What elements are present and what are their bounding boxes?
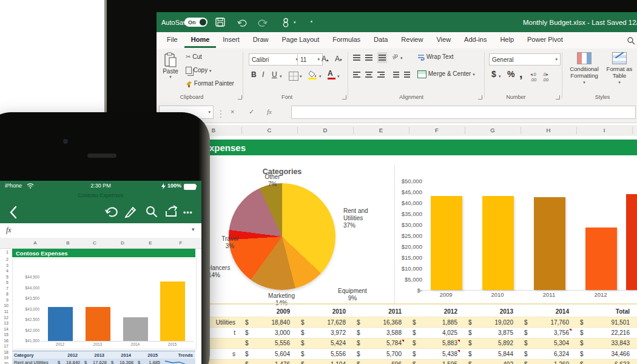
bold-button[interactable]: B [251,70,257,79]
percent-button[interactable]: % [507,69,514,79]
copy-button[interactable]: Copy ▾ [186,67,211,74]
column-header-G[interactable]: G [487,127,499,133]
phone-column-headers[interactable]: ABCDEF [0,238,201,249]
orientation-caret[interactable]: ▾ [400,56,403,61]
borders-caret[interactable]: ▾ [300,74,302,79]
bar-2014[interactable] [123,317,148,341]
tab-draw[interactable]: Draw [246,32,275,46]
table-row[interactable]: Utilities$18,840$17,628$16,368$1,885$19,… [186,317,637,328]
tab-file[interactable]: File [160,32,184,46]
tab-data[interactable]: Data [367,32,394,46]
phone-column-C[interactable]: C [90,240,99,246]
align-bottom-button[interactable] [377,52,387,63]
decrease-indent-button[interactable] [393,70,399,79]
tab-page-layout[interactable]: Page Layout [275,32,326,46]
share-people-icon[interactable] [280,17,291,27]
autosave-toggle[interactable]: On [184,18,207,27]
comma-button[interactable]: , [519,67,523,81]
back-icon[interactable] [7,205,23,220]
currency-caret[interactable]: ▾ [499,74,501,79]
currency-button[interactable]: $ [491,69,496,79]
table-row[interactable]: s$5,604$5,556$5,700$5,438$5,844$6,324$34… [186,349,637,359]
bar-2[interactable] [626,194,637,290]
format-as-table-button[interactable]: Format as Table ▾ [604,52,635,86]
clipboard-launcher[interactable] [238,95,242,99]
column-header-I[interactable]: I [598,127,610,133]
underline-button[interactable]: U [272,70,277,79]
expenses-table[interactable]: 200920102011201220132014TotalUtilities$1… [186,306,637,364]
number-format-select[interactable]: General▾ [489,53,561,66]
tab-view[interactable]: View [430,32,457,46]
underline-caret[interactable]: ▾ [280,74,282,79]
italic-button[interactable]: I [262,70,264,79]
align-right-button[interactable] [377,70,385,79]
column-header-F[interactable]: F [431,127,443,133]
align-middle-button[interactable] [365,53,372,62]
bar-2015[interactable] [160,281,185,341]
bar-2009[interactable] [431,196,462,290]
chevron-down-icon[interactable]: ▾ [294,20,296,25]
tab-insert[interactable]: Insert [216,32,246,46]
phone-column-F[interactable]: F [176,240,186,246]
tab-add-ins[interactable]: Add-ins [457,32,493,46]
undo-icon[interactable] [237,17,248,27]
decrease-decimal-button[interactable]: .0▸.00 [542,72,548,83]
bar-2012[interactable] [585,228,617,290]
column-header-C[interactable]: C [263,127,275,133]
phone-column-E[interactable]: E [146,240,155,246]
font-size-select[interactable]: 11▾ [297,53,323,66]
phone-column-B[interactable]: B [63,240,73,246]
column-header-E[interactable]: E [375,127,387,133]
cancel-button[interactable]: × [231,106,234,118]
redo-icon[interactable] [257,17,268,27]
bar-2013[interactable] [86,307,110,341]
tab-home[interactable]: Home [184,32,217,48]
alignment-launcher[interactable] [478,95,482,99]
more-icon[interactable]: ••• [183,209,193,217]
search-icon[interactable] [627,36,636,46]
fx-button[interactable]: fx [267,106,272,118]
table-row[interactable]: $1,476$1,104$696$1,595$492$1,260$6,623 [186,360,637,364]
phone-bar-chart[interactable]: $44,500$44,000$43,500$43,000$42,500$42,0… [12,258,197,349]
conditional-formatting-button[interactable]: Conditional Formatting ▾ [567,52,602,86]
save-icon[interactable] [215,17,226,27]
number-launcher[interactable] [556,95,560,99]
font-color-caret[interactable]: ▾ [337,74,340,79]
increase-indent-button[interactable] [404,70,410,79]
formula-input[interactable] [291,106,636,119]
chevron-down-icon[interactable]: ▾ [192,226,195,232]
search-icon[interactable] [144,205,160,220]
merge-center-button[interactable]: Merge & Center ▾ [417,70,475,78]
cut-button[interactable]: ✂ Cut [186,53,202,60]
borders-button[interactable] [289,72,298,81]
column-header-H[interactable]: H [542,127,554,133]
phone-table-row[interactable]: Rent and Utilities$18,840$17,628$16,368$… [12,359,195,364]
increase-decimal-button[interactable]: ◂.0.00 [530,72,536,83]
fill-color-button[interactable] [308,70,317,79]
phone-column-A[interactable]: A [30,240,40,246]
draw-pen-icon[interactable] [124,205,140,220]
bar-2012[interactable] [48,307,73,341]
tab-formulas[interactable]: Formulas [326,32,367,46]
bar-chart[interactable]: $50,000$45,000$40,000$35,000$30,000$25,0… [400,177,637,298]
format-painter-button[interactable]: Format Painter [186,80,234,87]
worksheet[interactable]: Contoso Expenses Categories Rent and Uti… [157,136,637,364]
table-row[interactable]: $5,556$5,424$5,784$5,883$5,892$5,304$33,… [186,339,637,349]
bar-2010[interactable] [482,196,514,290]
fill-caret[interactable]: ▾ [319,74,322,79]
align-center-button[interactable] [365,70,372,79]
font-launcher[interactable] [342,95,346,99]
undo-icon[interactable] [104,205,120,220]
font-family-select[interactable]: Calibri▾ [249,53,301,66]
enter-button[interactable]: ✓ [249,106,254,118]
column-header-D[interactable]: D [319,127,331,133]
phone-formula-bar[interactable]: fx ▾ [0,223,201,238]
shrink-font-button[interactable]: A▾ [335,55,342,63]
tab-help[interactable]: Help [493,32,521,46]
align-top-button[interactable] [353,53,360,62]
share-icon[interactable] [164,205,180,220]
orientation-button[interactable]: ab [391,52,399,61]
paste-button[interactable]: Paste ▾ [160,52,181,79]
phone-column-D[interactable]: D [118,240,127,246]
tab-power-pivot[interactable]: Power Pivot [521,32,570,46]
